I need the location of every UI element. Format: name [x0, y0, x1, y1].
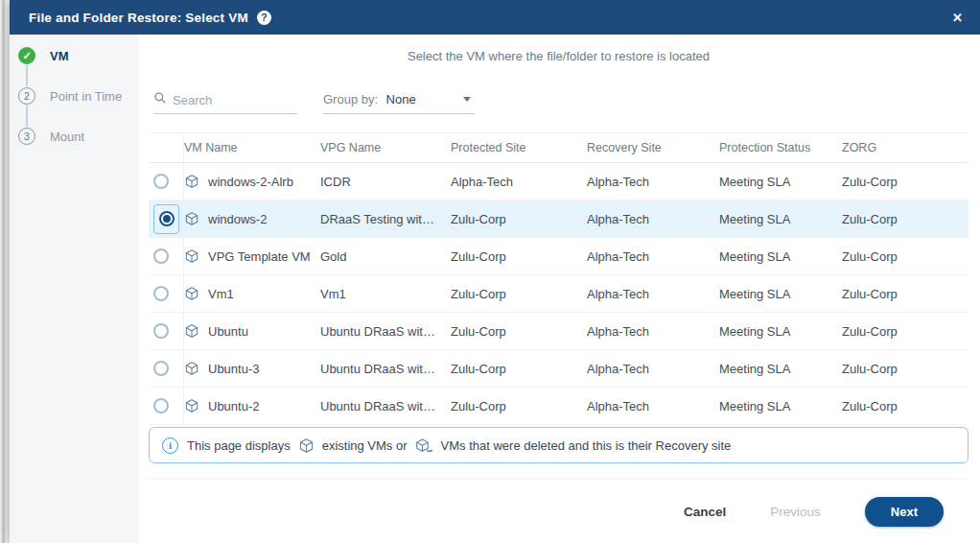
protected-site-cell: Zulu-Corp	[451, 249, 587, 264]
radio-cell[interactable]	[149, 313, 184, 349]
vm-name: VPG Template VM	[208, 249, 311, 264]
step-item-vm[interactable]: ✓ VM	[18, 47, 139, 64]
table-controls: Group by: None	[149, 89, 968, 114]
recovery-site-cell: Alpha-Tech	[587, 399, 719, 413]
vpg-name-cell: Gold	[320, 249, 451, 264]
protection-status-cell: Meeting SLA	[719, 212, 842, 226]
dialog-content: Select the VM where the file/folder to r…	[139, 35, 980, 543]
column-header-zorg[interactable]: ZORG	[842, 141, 968, 154]
vpg-name-cell: DRaaS Testing with ...	[320, 212, 451, 226]
search-icon	[153, 91, 167, 108]
info-banner: i This page displays existing VMs or VMs…	[149, 427, 968, 463]
vm-name: Ubuntu	[208, 324, 248, 339]
step-item-point-in-time[interactable]: 2 Point in Time	[18, 87, 139, 105]
radio-button[interactable]	[159, 211, 175, 226]
protection-status-cell: Meeting SLA	[719, 399, 842, 413]
radio-cell[interactable]	[149, 201, 184, 237]
vm-name: Vm1	[208, 287, 234, 301]
vm-table-body: windows-2-AlrbICDRAlpha-TechAlpha-TechMe…	[149, 163, 968, 425]
radio-cell[interactable]	[149, 163, 184, 200]
table-row[interactable]: Ubuntu-2Ubuntu DRaaS with ...Zulu-CorpAl…	[149, 388, 968, 425]
vm-name-cell: Ubuntu-3	[184, 361, 320, 376]
page-scrollbar[interactable]	[2, 0, 5, 543]
zorg-cell: Zulu-Corp	[842, 287, 968, 301]
step-item-mount[interactable]: 3 Mount	[18, 128, 139, 145]
vm-icon	[184, 398, 199, 413]
table-row[interactable]: windows-2DRaaS Testing with ...Zulu-Corp…	[149, 201, 968, 238]
radio-cell[interactable]	[149, 350, 184, 387]
vm-icon	[184, 174, 199, 189]
cancel-button[interactable]: Cancel	[684, 505, 726, 519]
step-label: Point in Time	[50, 89, 122, 104]
next-button[interactable]: Next	[865, 497, 944, 527]
search-input[interactable]	[173, 93, 283, 107]
vm-icon	[184, 323, 199, 339]
vm-name-cell: windows-2-Alrb	[184, 174, 320, 189]
protected-site-cell: Zulu-Corp	[451, 287, 587, 301]
vm-name: Ubuntu-3	[208, 362, 259, 376]
step-label: VM	[50, 49, 69, 63]
protection-status-cell: Meeting SLA	[719, 287, 842, 301]
vpg-name-cell: Vm1	[320, 287, 451, 301]
radio-button[interactable]	[153, 248, 169, 264]
page-background	[0, 0, 10, 543]
group-by-value: None	[386, 92, 416, 106]
group-by-dropdown[interactable]: Group by: None	[323, 90, 475, 114]
protected-site-cell: Zulu-Corp	[451, 362, 587, 376]
step-number: 3	[18, 128, 35, 145]
vpg-name-cell: Ubuntu DRaaS with ...	[320, 324, 451, 339]
vm-deleted-icon	[415, 437, 433, 454]
vpg-name-cell: ICDR	[320, 175, 451, 189]
previous-button[interactable]: Previous	[770, 505, 821, 519]
protected-site-cell: Zulu-Corp	[451, 399, 587, 413]
table-row[interactable]: Vm1Vm1Zulu-CorpAlpha-TechMeeting SLAZulu…	[149, 275, 968, 313]
vm-name: windows-2-Alrb	[208, 175, 293, 189]
table-row[interactable]: Ubuntu-3Ubuntu DRaaS with ...Zulu-CorpAl…	[149, 350, 968, 388]
radio-cell[interactable]	[149, 238, 184, 274]
close-icon[interactable]: ✕	[952, 12, 963, 24]
dialog-title: File and Folder Restore: Select VM	[29, 11, 248, 25]
radio-button[interactable]	[153, 398, 169, 413]
step-connector	[26, 106, 28, 127]
info-text: This page displays existing VMs or VMs t…	[187, 437, 731, 454]
recovery-site-cell: Alpha-Tech	[587, 212, 719, 226]
vm-name: windows-2	[208, 212, 267, 226]
zorg-cell: Zulu-Corp	[842, 249, 968, 264]
table-row[interactable]: UbuntuUbuntu DRaaS with ...Zulu-CorpAlph…	[149, 313, 968, 350]
radio-cell[interactable]	[149, 388, 184, 424]
zorg-cell: Zulu-Corp	[842, 362, 968, 376]
info-text-part1: This page displays	[187, 438, 291, 453]
vm-name-cell: Ubuntu-2	[184, 398, 320, 413]
radio-button[interactable]	[153, 323, 169, 339]
zorg-cell: Zulu-Corp	[842, 399, 968, 413]
dialog-body: ✓ VM 2 Point in Time 3 Mount Select the …	[10, 35, 980, 543]
info-text-part2: existing VMs or	[322, 438, 408, 453]
table-row[interactable]: VPG Template VMGoldZulu-CorpAlpha-TechMe…	[149, 238, 968, 275]
column-header-protection-status[interactable]: Protection Status	[719, 141, 842, 154]
radio-button[interactable]	[153, 361, 169, 376]
radio-focus-ring	[153, 204, 179, 234]
search-field[interactable]	[153, 91, 297, 114]
dialog-footer: Cancel Previous Next	[149, 479, 968, 543]
zorg-cell: Zulu-Corp	[842, 175, 968, 189]
radio-button[interactable]	[153, 174, 169, 189]
vm-existing-icon	[298, 437, 315, 454]
table-row[interactable]: windows-2-AlrbICDRAlpha-TechAlpha-TechMe…	[149, 163, 968, 201]
radio-button[interactable]	[153, 286, 169, 301]
vm-table: VM Name VPG Name Protected Site Recovery…	[149, 132, 968, 425]
page-subtitle: Select the VM where the file/folder to r…	[149, 49, 968, 63]
recovery-site-cell: Alpha-Tech	[587, 362, 719, 376]
vpg-name-cell: Ubuntu DRaaS with ...	[320, 399, 451, 413]
help-icon[interactable]: ?	[257, 11, 271, 25]
zorg-cell: Zulu-Corp	[842, 212, 968, 226]
column-header-recovery-site[interactable]: Recovery Site	[587, 141, 719, 154]
vm-name-cell: windows-2	[184, 211, 320, 226]
column-header-vm-name[interactable]: VM Name	[184, 141, 320, 154]
column-header-protected-site[interactable]: Protected Site	[451, 141, 587, 154]
vm-name-cell: Vm1	[184, 286, 320, 301]
vpg-name-cell: Ubuntu DRaaS with ...	[320, 362, 451, 376]
column-header-vpg-name[interactable]: VPG Name	[320, 141, 451, 154]
info-text-part3: VMs that were deleted and this is their …	[441, 438, 732, 453]
radio-cell[interactable]	[149, 275, 184, 312]
protection-status-cell: Meeting SLA	[719, 249, 842, 264]
